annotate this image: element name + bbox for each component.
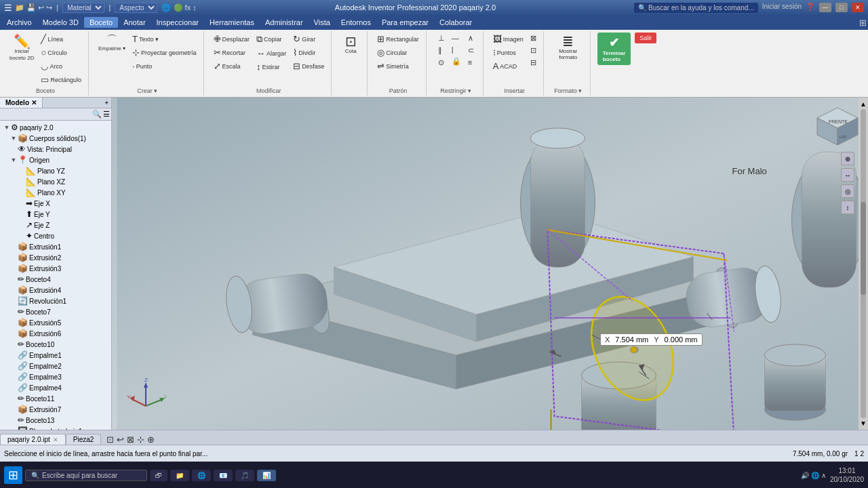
minimize-button[interactable]: — bbox=[819, 3, 831, 12]
scroll-up-icon[interactable]: ▲ bbox=[860, 100, 867, 108]
menu-archivo[interactable]: Archivo bbox=[1, 17, 37, 28]
tree-item[interactable]: 📦Extrusión6 bbox=[0, 328, 111, 339]
app-menu-icon[interactable]: ☰ bbox=[4, 3, 12, 13]
tree-item[interactable]: 🔗Empalme3 bbox=[0, 371, 111, 382]
login-button[interactable]: Iniciar sesión bbox=[762, 3, 802, 13]
tab-modelo[interactable]: Modelo ✕ bbox=[0, 98, 43, 108]
tree-item[interactable]: 🔗Empalme2 bbox=[0, 361, 111, 371]
start-button[interactable]: ⊞ bbox=[4, 466, 22, 484]
ribbon-btn-r8[interactable]: ⊂ bbox=[465, 45, 477, 56]
ribbon-btn-arco[interactable]: ◡ Arco bbox=[38, 60, 84, 73]
ribbon-btn-dividir[interactable]: ⌇ Dividir bbox=[290, 46, 327, 59]
add-tab-btn[interactable]: + bbox=[102, 98, 111, 108]
sys-tray[interactable]: 🔊 🌐 ∧ bbox=[801, 472, 826, 479]
ribbon-btn-r2[interactable]: ∥ bbox=[435, 45, 448, 56]
menu-boceto[interactable]: Boceto bbox=[84, 17, 118, 28]
ribbon-btn-circular[interactable]: ◎ Circular bbox=[374, 46, 422, 59]
tree-item[interactable]: 📦Extrusión3 bbox=[0, 263, 111, 274]
taskbar-app-explorer[interactable]: 🗗 bbox=[150, 470, 167, 481]
maximize-button[interactable]: □ bbox=[835, 3, 848, 12]
viewport[interactable]: For Malo X 7.504 mm Y 0.000 mm bbox=[112, 98, 868, 430]
menu-anotar[interactable]: Anotar bbox=[118, 17, 151, 28]
menu-entornos[interactable]: Entornos bbox=[336, 17, 376, 28]
tree-item[interactable]: 📐Plano YZ bbox=[0, 165, 111, 176]
ribbon-btn-r3[interactable]: ⊙ bbox=[435, 57, 448, 68]
bottom-toolbar-icon-1[interactable]: ⊡ bbox=[106, 434, 114, 445]
bottom-toolbar-icon-4[interactable]: ⊹ bbox=[137, 434, 144, 445]
bottom-toolbar-icon-2[interactable]: ↩ bbox=[117, 434, 124, 445]
ribbon-btn-copiar[interactable]: ⧉ Copiar bbox=[254, 33, 289, 46]
tree-item[interactable]: ▼📍Origen bbox=[0, 155, 111, 165]
tree-item[interactable]: ➡Eje X bbox=[0, 198, 111, 209]
ribbon-btn-texto[interactable]: T Texto ▾ bbox=[130, 33, 199, 45]
ribbon-btn-iniciar[interactable]: ✏️ Iniciarboceto 2D bbox=[7, 33, 37, 63]
ribbon-btn-desplazar[interactable]: ✙ Desplazar bbox=[211, 33, 253, 45]
tree-item[interactable]: 📦Extrusión1 bbox=[0, 241, 111, 252]
taskbar-app-excel[interactable]: 📊 bbox=[257, 470, 276, 481]
tree-item[interactable]: 🔗Empalme1 bbox=[0, 350, 111, 361]
tree-item[interactable]: ✏Boceto10 bbox=[0, 339, 111, 350]
tree-item[interactable]: ▼📦Cuerpos sólidos(1) bbox=[0, 133, 111, 144]
menu-inspeccionar[interactable]: Inspeccionar bbox=[151, 17, 204, 28]
tree-item[interactable]: ✦Centro bbox=[0, 230, 111, 241]
ribbon-btn-empalme[interactable]: ⌒ Empalme ▾ bbox=[96, 33, 128, 54]
ribbon-toggle-icon[interactable]: ⊞ bbox=[859, 18, 867, 28]
taskbar-app-files[interactable]: 📁 bbox=[170, 470, 189, 481]
menu-administrar[interactable]: Administrar bbox=[260, 17, 309, 28]
ribbon-btn-acad[interactable]: A ACAD bbox=[490, 60, 526, 73]
ribbon-btn-ins3[interactable]: ⊡ bbox=[528, 45, 539, 56]
tree-item[interactable]: ✏Boceto13 bbox=[0, 415, 111, 426]
ribbon-btn-estirar[interactable]: ↕ Estirar bbox=[254, 60, 289, 73]
ribbon-btn-rectangular[interactable]: ⊞ Rectangular bbox=[374, 33, 422, 45]
material-select[interactable]: Material bbox=[62, 3, 104, 13]
scroll-thumb[interactable] bbox=[861, 202, 866, 295]
ribbon-btn-escala[interactable]: ⤢ Escala bbox=[211, 60, 253, 73]
ribbon-btn-girar[interactable]: ↻ Girar bbox=[290, 33, 327, 45]
ribbon-btn-puntos[interactable]: ⁝ Puntos bbox=[490, 46, 526, 59]
ribbon-btn-circulo[interactable]: ○ Círculo bbox=[38, 46, 84, 59]
tree-item[interactable]: ✏Boceto4 bbox=[0, 274, 111, 285]
tree-item[interactable]: 📦Extrusión2 bbox=[0, 252, 111, 263]
scroll-down-icon[interactable]: ▼ bbox=[860, 420, 867, 427]
view-control-btn-3[interactable]: ◎ bbox=[841, 184, 854, 198]
taskbar-app-mail[interactable]: 📧 bbox=[214, 470, 233, 481]
tree-item[interactable]: 👁Vista: Principal bbox=[0, 144, 111, 155]
tree-item[interactable]: 🔗Empalme4 bbox=[0, 382, 111, 393]
view-control-btn-2[interactable]: ↔ bbox=[841, 168, 854, 182]
taskbar-search[interactable]: 🔍 Escribe aquí para buscar bbox=[25, 470, 147, 481]
ribbon-btn-cota[interactable]: ⊡ Cota bbox=[338, 33, 363, 56]
ribbon-btn-desfase[interactable]: ⊟ Desfase bbox=[290, 60, 327, 73]
ribbon-btn-r7[interactable]: ∧ bbox=[465, 33, 477, 44]
help-icon[interactable]: ❓ bbox=[806, 3, 815, 13]
ribbon-btn-ins4[interactable]: ⊟ bbox=[528, 57, 539, 68]
tray-icon-network[interactable]: 🌐 bbox=[811, 472, 819, 479]
menu-herramientas[interactable]: Herramientas bbox=[204, 17, 260, 28]
ribbon-btn-ins2[interactable]: ⊠ bbox=[528, 33, 539, 44]
ribbon-btn-salir[interactable]: Salir bbox=[635, 33, 656, 43]
ribbon-btn-r1[interactable]: ⊥ bbox=[435, 33, 448, 44]
ribbon-btn-r9[interactable]: ≡ bbox=[465, 57, 477, 68]
tree-options-icon[interactable]: ☰ bbox=[103, 110, 110, 119]
menu-modelo3d[interactable]: Modelo 3D bbox=[37, 17, 84, 28]
tree-item[interactable]: ▼⚙paqariy 2.0 bbox=[0, 122, 111, 133]
tab-pieza2[interactable]: Pieza2 bbox=[66, 434, 102, 445]
view-control-btn-1[interactable]: ⊕ bbox=[841, 152, 854, 165]
bottom-toolbar-icon-3[interactable]: ⊠ bbox=[127, 434, 134, 445]
ribbon-btn-r6[interactable]: 🔒 bbox=[449, 56, 464, 67]
menu-vista[interactable]: Vista bbox=[309, 17, 336, 28]
tree-item[interactable]: 📦Extrusión5 bbox=[0, 317, 111, 328]
tab-paqariy[interactable]: paqariy 2.0.ipt ✕ bbox=[0, 434, 66, 445]
tree-item[interactable]: 📦Extrusión4 bbox=[0, 285, 111, 296]
menu-colaborar[interactable]: Colaborar bbox=[434, 17, 477, 28]
view-control-btn-4[interactable]: ↕ bbox=[841, 201, 854, 214]
ribbon-btn-terminar[interactable]: ✔ Terminarboceto bbox=[597, 33, 631, 65]
taskbar-app-edge[interactable]: 🌐 bbox=[192, 470, 211, 481]
tree-item[interactable]: 📐Plano XZ bbox=[0, 176, 111, 187]
tree-item[interactable]: 📦Extrusión7 bbox=[0, 404, 111, 415]
tab-paqariy-close[interactable]: ✕ bbox=[53, 436, 58, 443]
viewport-scrollbar-right[interactable]: ▲ ▼ bbox=[859, 98, 868, 430]
ribbon-btn-proyectar[interactable]: ⊹ Proyectar geometría bbox=[130, 46, 199, 59]
ribbon-btn-r5[interactable]: | bbox=[449, 44, 464, 55]
ribbon-btn-recortar[interactable]: ✂ Recortar bbox=[211, 46, 253, 59]
navicube[interactable]: FRENTE LAT bbox=[814, 104, 861, 152]
